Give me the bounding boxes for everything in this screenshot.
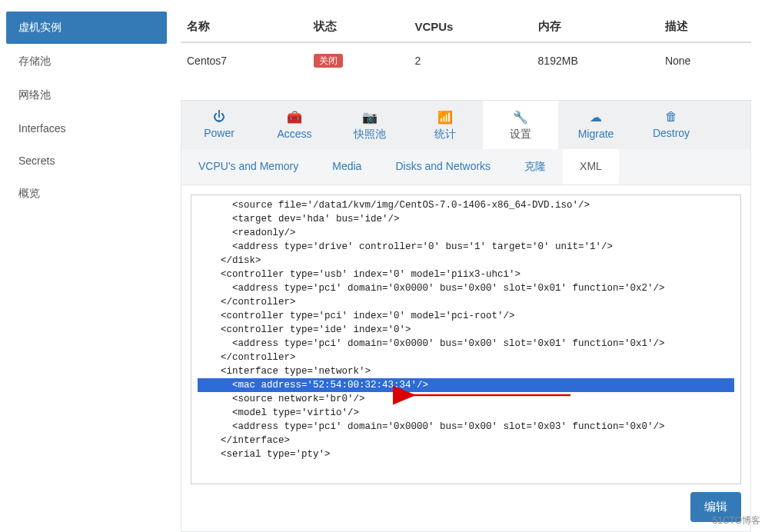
tab-destroy[interactable]: 🗑Destroy	[634, 101, 709, 149]
cell-desc: None	[659, 42, 751, 78]
tab-stats[interactable]: 📶统计	[407, 101, 483, 149]
cloud-icon: ☁	[561, 110, 630, 125]
cell-memory: 8192MB	[532, 42, 659, 78]
xml-line: <controller type='pci' index='0' model='…	[198, 309, 734, 323]
xml-line: <address type='pci' domain='0x0000' bus=…	[198, 281, 734, 295]
main-area: 名称 状态 VCPUs 内存 描述 Centos7 关闭 2 8192MB No…	[173, 0, 765, 532]
trash-icon: 🗑	[637, 110, 706, 124]
xml-line: <address type='pci' domain='0x0000' bus=…	[198, 420, 734, 434]
subtab-disks-networks[interactable]: Disks and Networks	[378, 149, 507, 185]
sidebar-item-interfaces[interactable]: Interfaces	[6, 113, 167, 144]
tab-migrate[interactable]: ☁Migrate	[558, 101, 634, 149]
xml-line: <address type='pci' domain='0x0000' bus=…	[198, 337, 734, 351]
xml-line: <model type='virtio'/>	[198, 406, 734, 420]
xml-line: <serial type='pty'>	[198, 447, 734, 461]
th-vcpus: VCPUs	[408, 12, 531, 42]
xml-line: <controller type='usb' index='0' model='…	[198, 268, 734, 281]
tab-label: Destroy	[653, 127, 690, 139]
sidebar-item-vm-instance[interactable]: 虚机实例	[6, 12, 167, 44]
subtab-media[interactable]: Media	[315, 149, 378, 185]
watermark: 51CTO博客	[713, 514, 760, 527]
xml-line: <controller type='ide' index='0'>	[198, 323, 734, 337]
table-row[interactable]: Centos7 关闭 2 8192MB None	[181, 42, 751, 78]
cell-vcpus: 2	[408, 42, 531, 78]
power-icon: ⏻	[185, 110, 254, 124]
tab-access[interactable]: 🧰Access	[257, 101, 332, 149]
sidebar-item-network-pool[interactable]: 网络池	[6, 79, 167, 111]
xml-panel: <source file='/data1/kvm/img/CentOS-7.0-…	[181, 185, 751, 532]
tab-label: 统计	[434, 128, 456, 140]
subtab-vcpu-memory[interactable]: VCPU's and Memory	[181, 149, 315, 185]
sub-tabs: VCPU's and Memory Media Disks and Networ…	[181, 149, 751, 185]
action-tabs: ⏻Power 🧰Access 📷快照池 📶统计 🔧设置 ☁Migrate 🗑De…	[181, 100, 751, 149]
xml-line: <address type='drive' controller='0' bus…	[198, 240, 734, 254]
tab-label: 快照池	[354, 128, 386, 140]
xml-editor[interactable]: <source file='/data1/kvm/img/CentOS-7.0-…	[191, 195, 741, 484]
xml-line: </controller>	[198, 351, 734, 364]
tab-label: Access	[277, 128, 311, 140]
sidebar-item-overview[interactable]: 概览	[6, 178, 167, 210]
xml-line: <source network='br0'/>	[198, 392, 734, 406]
tab-snapshot[interactable]: 📷快照池	[332, 101, 407, 149]
briefcase-icon: 🧰	[260, 110, 329, 125]
cell-state: 关闭	[308, 42, 408, 78]
th-state: 状态	[308, 12, 408, 42]
subtab-clone[interactable]: 克隆	[507, 149, 563, 185]
th-name: 名称	[181, 12, 308, 42]
xml-line: </controller>	[198, 295, 734, 309]
xml-line: <interface type='network'>	[198, 364, 734, 378]
xml-line: <readonly/>	[198, 226, 734, 240]
status-badge: 关闭	[314, 54, 343, 68]
tab-settings[interactable]: 🔧设置	[483, 101, 558, 149]
sidebar-item-storage-pool[interactable]: 存储池	[6, 45, 167, 78]
camera-icon: 📷	[335, 110, 404, 125]
subtab-xml[interactable]: XML	[563, 149, 619, 185]
tab-label: 设置	[510, 128, 531, 140]
xml-line: </interface>	[198, 434, 734, 447]
chart-icon: 📶	[411, 110, 480, 125]
xml-line: <source file='/data1/kvm/img/CentOS-7.0-…	[198, 198, 734, 212]
tab-label: Power	[204, 127, 234, 139]
th-desc: 描述	[659, 12, 751, 42]
vm-table: 名称 状态 VCPUs 内存 描述 Centos7 关闭 2 8192MB No…	[181, 12, 751, 78]
xml-line: <mac address='52:54:00:32:43:34'/>	[198, 378, 734, 392]
xml-line: <target dev='hda' bus='ide'/>	[198, 212, 734, 226]
sidebar: 虚机实例 存储池 网络池 Interfaces Secrets 概览	[0, 0, 173, 532]
xml-line: </disk>	[198, 254, 734, 268]
tab-label: Migrate	[578, 128, 614, 140]
sidebar-item-secrets[interactable]: Secrets	[6, 145, 167, 176]
tab-power[interactable]: ⏻Power	[181, 101, 257, 149]
wrench-icon: 🔧	[486, 110, 555, 125]
th-memory: 内存	[532, 12, 659, 42]
cell-name: Centos7	[181, 42, 308, 78]
